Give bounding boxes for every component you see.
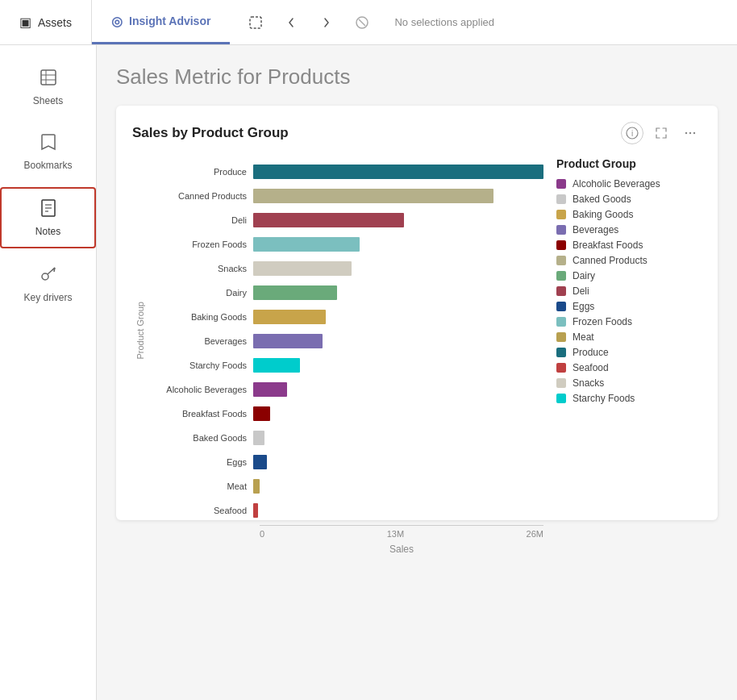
bar-track[interactable] xyxy=(253,382,543,397)
bar-fill xyxy=(253,382,287,397)
bar-label: Canned Products xyxy=(148,191,253,201)
bar-track[interactable] xyxy=(253,261,543,276)
notes-icon xyxy=(40,198,57,221)
legend-color-swatch xyxy=(556,378,566,388)
bar-track[interactable] xyxy=(253,189,543,203)
legend-item-label: Frozen Foods xyxy=(573,316,632,327)
legend-item[interactable]: Produce xyxy=(556,347,702,358)
legend-item[interactable]: Dairy xyxy=(556,270,702,281)
bar-track[interactable] xyxy=(253,285,543,300)
bar-row: Eggs xyxy=(148,451,543,473)
bar-track[interactable] xyxy=(253,310,543,324)
bar-row: Beverages xyxy=(148,330,543,352)
svg-line-14 xyxy=(54,268,55,272)
bar-fill xyxy=(253,189,493,203)
search-action-btn[interactable] xyxy=(243,10,269,35)
svg-rect-0 xyxy=(250,17,261,28)
bar-row: Snacks xyxy=(148,257,543,280)
legend-item-label: Beverages xyxy=(573,224,618,235)
legend-item[interactable]: Snacks xyxy=(556,377,702,389)
bar-label: Baking Goods xyxy=(148,312,253,322)
insight-advisor-tab[interactable]: ◎ Insight Advisor xyxy=(92,0,230,44)
bar-row: Canned Products xyxy=(148,185,543,207)
legend-item[interactable]: Eggs xyxy=(556,301,702,312)
legend-title: Product Group xyxy=(556,157,702,170)
bar-track[interactable] xyxy=(253,237,543,252)
bookmarks-icon xyxy=(40,132,57,155)
svg-text:i: i xyxy=(631,129,633,138)
legend-item[interactable]: Deli xyxy=(556,285,702,297)
back-action-btn[interactable] xyxy=(278,10,304,35)
bar-track[interactable] xyxy=(253,213,543,227)
sidebar-item-notes[interactable]: Notes xyxy=(0,187,96,248)
legend-item-label: Deli xyxy=(573,285,589,297)
info-btn[interactable]: i xyxy=(621,122,643,144)
sidebar-item-key-drivers[interactable]: Key drivers xyxy=(0,255,96,313)
bar-label: Dairy xyxy=(148,288,253,298)
bars-area: ProduceCanned ProductsDeliFrozen FoodsSn… xyxy=(148,157,543,504)
key-drivers-icon xyxy=(39,265,58,287)
bar-track[interactable] xyxy=(253,165,543,179)
legend-item[interactable]: Baked Goods xyxy=(556,194,702,205)
legend-item[interactable]: Seafood xyxy=(556,362,702,373)
svg-point-11 xyxy=(42,273,48,280)
legend-item-label: Baking Goods xyxy=(573,209,633,220)
bar-label: Produce xyxy=(148,167,253,177)
bar-fill xyxy=(253,237,360,252)
bar-track[interactable] xyxy=(253,503,543,518)
legend-item-label: Dairy xyxy=(573,270,595,281)
bookmarks-label: Bookmarks xyxy=(23,160,72,171)
legend-item[interactable]: Frozen Foods xyxy=(556,316,702,327)
bar-row: Meat xyxy=(148,475,543,498)
legend-item[interactable]: Alcoholic Beverages xyxy=(556,178,702,190)
bar-track[interactable] xyxy=(253,406,543,421)
notes-label: Notes xyxy=(35,226,60,237)
x-tick-26: 26M xyxy=(527,529,543,539)
bar-track[interactable] xyxy=(253,358,543,373)
no-selections-label: No selections applied xyxy=(388,16,494,28)
legend-color-swatch xyxy=(556,302,566,311)
forward-action-btn[interactable] xyxy=(314,10,339,35)
bar-track[interactable] xyxy=(253,455,543,469)
assets-tab[interactable]: ▣ Assets xyxy=(0,0,92,44)
legend-item[interactable]: Meat xyxy=(556,331,702,343)
legend-color-swatch xyxy=(556,394,566,403)
legend-item[interactable]: Starchy Foods xyxy=(556,393,702,404)
bar-label: Seafood xyxy=(148,506,253,515)
bar-label: Baked Goods xyxy=(148,433,253,443)
bar-label: Breakfast Foods xyxy=(148,409,253,419)
bar-fill xyxy=(253,334,323,348)
legend-item[interactable]: Breakfast Foods xyxy=(556,240,702,251)
legend-item-label: Snacks xyxy=(573,377,604,389)
legend-item[interactable]: Baking Goods xyxy=(556,209,702,220)
sheets-label: Sheets xyxy=(33,95,63,106)
bar-track[interactable] xyxy=(253,334,543,348)
chart-header-actions: i xyxy=(621,122,702,144)
disabled-action-btn[interactable] xyxy=(349,10,375,35)
legend-item[interactable]: Beverages xyxy=(556,224,702,235)
key-drivers-label: Key drivers xyxy=(23,292,72,303)
svg-line-2 xyxy=(359,19,365,26)
x-tick-0: 0 xyxy=(260,529,264,539)
bar-track[interactable] xyxy=(253,431,543,445)
svg-rect-3 xyxy=(41,70,56,85)
sidebar-item-sheets[interactable]: Sheets xyxy=(0,58,96,116)
x-axis: 0 13M 26M xyxy=(260,525,543,539)
bar-row: Breakfast Foods xyxy=(148,402,543,425)
main-layout: Sheets Bookmarks Notes Key drivers Sales… xyxy=(0,45,737,700)
legend-color-swatch xyxy=(556,332,566,342)
bar-chart: Product Group ProduceCanned ProductsDeli… xyxy=(132,157,543,504)
chart-card: Sales by Product Group i xyxy=(116,106,718,520)
y-axis-label: Product Group xyxy=(135,302,145,360)
bar-row: Deli xyxy=(148,209,543,231)
assets-label: Assets xyxy=(38,16,72,29)
legend-item[interactable]: Canned Products xyxy=(556,255,702,266)
bar-fill xyxy=(253,165,543,179)
sidebar-item-bookmarks[interactable]: Bookmarks xyxy=(0,123,96,181)
chart-body: Product Group ProduceCanned ProductsDeli… xyxy=(132,157,702,504)
bar-track[interactable] xyxy=(253,479,543,494)
bar-fill xyxy=(253,455,267,469)
more-btn[interactable] xyxy=(679,122,702,144)
bar-fill xyxy=(253,310,326,324)
expand-btn[interactable] xyxy=(650,122,672,144)
